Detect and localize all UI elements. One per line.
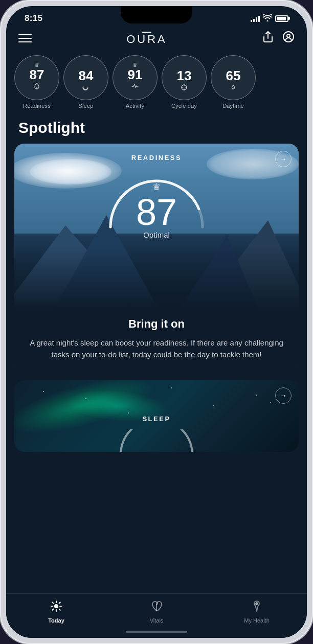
crown-icon-readiness: ♛ [34, 62, 39, 68]
svg-line-11 [59, 609, 60, 610]
nav-my-health[interactable]: My Health [207, 600, 307, 624]
score-activity[interactable]: ♛ 91 Activity [113, 55, 158, 109]
spotlight-section: Spotlight [6, 117, 307, 593]
sleep-card-arrow[interactable]: → [275, 387, 292, 404]
my-health-icon [251, 600, 263, 615]
notch [121, 6, 192, 24]
cycle-score-value: 13 [177, 69, 192, 82]
svg-point-5 [54, 604, 58, 608]
app-logo: OURA [126, 32, 167, 45]
sleep-label: Sleep [78, 103, 93, 109]
signal-icon [251, 15, 260, 22]
svg-line-12 [52, 609, 53, 610]
readiness-gauge: ♛ 87 Optimal [100, 166, 213, 232]
wifi-icon [263, 14, 272, 23]
cycle-label: Cycle day [171, 103, 197, 109]
my-health-label: My Health [244, 617, 270, 624]
svg-point-2 [287, 34, 290, 37]
sleep-card-label: SLEEP [142, 409, 170, 422]
readiness-score-main: ♛ 87 Optimal [136, 181, 177, 239]
sleep-arc [116, 429, 197, 452]
phone-frame: 8:15 [0, 0, 313, 644]
app-header: OURA [6, 27, 307, 52]
vitals-icon [150, 600, 163, 615]
status-time: 8:15 [25, 13, 42, 24]
readiness-score-value: 87 [30, 68, 44, 81]
header-actions [262, 31, 295, 46]
readiness-card-arrow[interactable]: → [275, 151, 292, 167]
readiness-big-score: 87 [136, 194, 177, 231]
readiness-card-content: READINESS ♛ 87 [14, 144, 299, 307]
status-icons [251, 14, 288, 23]
battery-icon [275, 15, 288, 22]
daytime-score-value: 65 [226, 69, 241, 82]
share-icon[interactable] [262, 31, 274, 46]
readiness-headline: Bring it on [27, 317, 286, 331]
readiness-crown-big: ♛ [136, 181, 177, 193]
nav-today[interactable]: Today [6, 600, 106, 624]
readiness-text-section: Bring it on A great night's sleep can bo… [14, 307, 299, 373]
score-readiness[interactable]: ♛ 87 Readiness [14, 55, 59, 109]
home-indicator [126, 631, 187, 633]
phone-screen: 8:15 [6, 6, 307, 638]
score-cycle[interactable]: 13 Cycle day [162, 55, 207, 109]
sleep-card-preview[interactable]: SLEEP → [14, 380, 299, 452]
crown-icon-activity: ♛ [132, 62, 138, 68]
score-row: ♛ 87 Readiness 84 [6, 52, 307, 117]
svg-point-15 [256, 603, 258, 605]
readiness-body: A great night's sleep can boost your rea… [27, 337, 286, 361]
svg-line-13 [59, 602, 60, 603]
cycle-sub-icon [180, 83, 188, 93]
menu-icon[interactable] [18, 34, 32, 42]
profile-icon[interactable] [282, 31, 295, 46]
readiness-card[interactable]: READINESS ♛ 87 [14, 144, 299, 373]
today-label: Today [48, 617, 64, 624]
readiness-section-label: READINESS [131, 154, 182, 162]
sleep-sub-icon [82, 83, 90, 93]
svg-line-10 [52, 602, 53, 603]
vitals-label: Vitals [150, 617, 164, 624]
readiness-sub-icon [33, 82, 41, 92]
readiness-card-bg: READINESS ♛ 87 [14, 144, 299, 307]
activity-sub-icon [131, 82, 139, 92]
readiness-label: Readiness [23, 103, 51, 109]
activity-label: Activity [126, 103, 144, 109]
sleep-score-value: 84 [79, 69, 94, 82]
nav-vitals[interactable]: Vitals [106, 600, 207, 624]
today-icon [50, 600, 62, 615]
daytime-sub-icon [229, 83, 237, 93]
activity-score-value: 91 [128, 68, 143, 81]
score-sleep[interactable]: 84 Sleep [63, 55, 108, 109]
score-daytime[interactable]: 65 Daytime [211, 55, 256, 109]
daytime-label: Daytime [222, 103, 244, 109]
spotlight-title: Spotlight [6, 117, 307, 144]
